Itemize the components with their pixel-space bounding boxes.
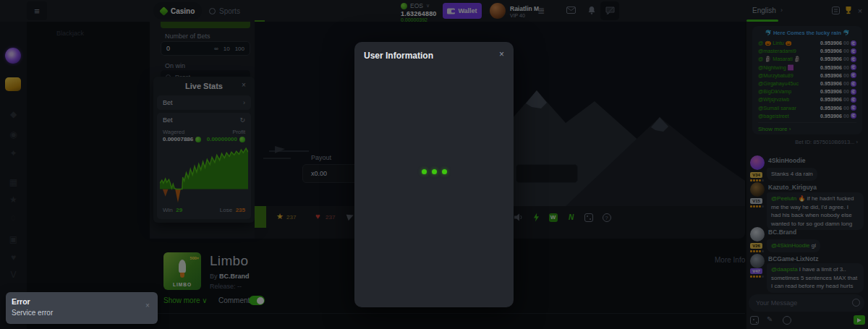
- toast-message: Service error: [12, 309, 53, 317]
- error-toast: Error Service error ×: [6, 292, 158, 324]
- modal-close-icon[interactable]: ×: [499, 49, 504, 59]
- toast-close-icon[interactable]: ×: [145, 302, 150, 309]
- user-information-modal: User Information ×: [354, 42, 514, 307]
- toast-title: Error: [12, 297, 30, 306]
- loading-dots: [354, 169, 514, 174]
- modal-title: User Information: [364, 51, 433, 61]
- app-root: ≡ Casino Sports EOS ∨ 1.63264880 0.00000…: [0, 0, 868, 329]
